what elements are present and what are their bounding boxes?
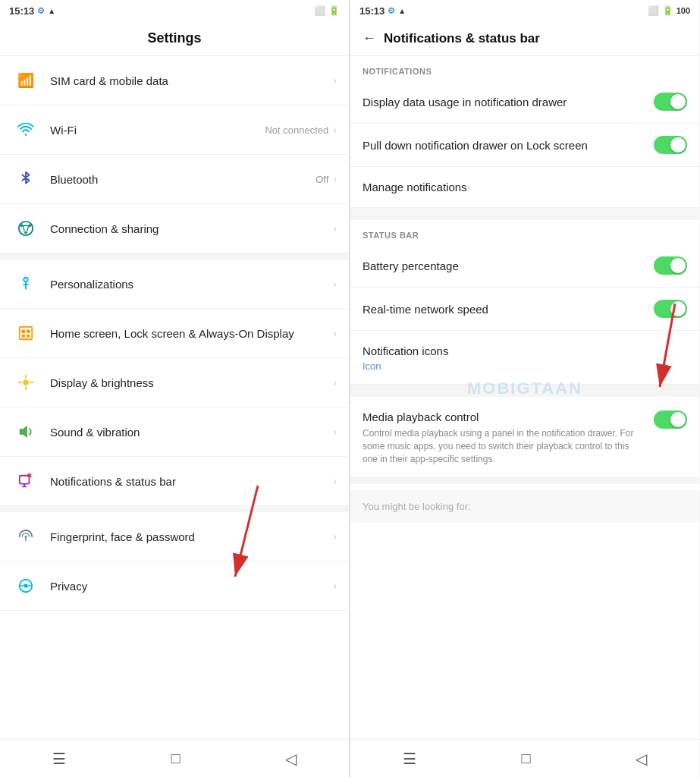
right-home-nav[interactable]: □ xyxy=(521,750,530,767)
wifi-chevron: › xyxy=(333,124,337,136)
left-time: 15:13 xyxy=(9,5,34,17)
battery-pct-label: Battery percentage xyxy=(363,258,645,274)
fingerprint-chevron: › xyxy=(333,530,337,543)
left-nav-bar: ☰ □ ◁ xyxy=(0,739,349,777)
privacy-icon xyxy=(12,572,39,599)
fingerprint-item[interactable]: Fingerprint, face & password › xyxy=(0,512,349,562)
notifications-label: Notifications & status bar xyxy=(50,475,333,488)
wifi-item[interactable]: Wi-Fi Not connected › xyxy=(0,105,349,155)
bluetooth-item[interactable]: Bluetooth Off › xyxy=(0,155,349,204)
homescreen-item[interactable]: Home screen, Lock screen & Always-On Dis… xyxy=(0,309,349,358)
privacy-item[interactable]: Privacy › xyxy=(0,562,349,611)
personalizations-content: Personalizations xyxy=(50,278,333,291)
svg-rect-12 xyxy=(27,329,30,333)
left-status-bar: 15:13 ⚙ ▲ ⬜ 🔋 xyxy=(0,0,349,21)
section-divider-3 xyxy=(350,478,699,484)
pull-down-toggle[interactable] xyxy=(654,136,687,154)
section-divider xyxy=(350,208,699,220)
notif-icons-value: Icon xyxy=(363,360,678,372)
homescreen-label: Home screen, Lock screen & Always-On Dis… xyxy=(50,327,333,340)
notifications-item[interactable]: Notifications & status bar › xyxy=(0,457,349,506)
right-back-nav[interactable]: ◁ xyxy=(636,750,647,768)
battery-pct-toggle[interactable] xyxy=(654,256,687,275)
wifi-value: Not connected xyxy=(265,124,328,136)
bluetooth-chevron: › xyxy=(333,173,337,185)
fingerprint-label: Fingerprint, face & password xyxy=(50,530,333,543)
right-header: ← Notifications & status bar xyxy=(350,21,699,56)
notifications-section-header: NOTIFICATIONS xyxy=(350,56,699,80)
left-menu-nav[interactable]: ☰ xyxy=(52,750,66,768)
status-bar-section-header: STATUS BAR xyxy=(350,220,699,244)
data-usage-label: Display data usage in notification drawe… xyxy=(363,94,645,110)
connection-content: Connection & sharing xyxy=(50,222,333,235)
notif-icons-label: Notification icons xyxy=(363,343,678,359)
sim-label: SIM card & mobile data xyxy=(50,74,333,87)
right-menu-nav[interactable]: ☰ xyxy=(403,750,416,768)
data-usage-toggle[interactable] xyxy=(654,93,687,111)
media-playback-item[interactable]: Media playback control Control media pla… xyxy=(350,397,699,478)
right-battery-icon: 🔋 xyxy=(662,5,673,16)
left-back-nav[interactable]: ◁ xyxy=(285,750,297,768)
privacy-content: Privacy xyxy=(50,580,333,593)
pull-down-label-wrap: Pull down notification drawer on Lock sc… xyxy=(363,137,654,153)
manage-notifications-item[interactable]: Manage notifications › xyxy=(350,167,699,208)
right-screenshot-icon: ⬜ xyxy=(648,5,659,16)
right-panel: 15:13 ⚙ ▲ ⬜ 🔋 100 ← Notifications & stat… xyxy=(350,0,699,777)
right-gear-icon: ⚙ xyxy=(388,6,395,16)
location-icon: ▲ xyxy=(48,7,55,15)
left-title: Settings xyxy=(12,30,337,46)
personalizations-item[interactable]: Personalizations › xyxy=(0,260,349,309)
homescreen-chevron: › xyxy=(333,327,337,339)
manage-notifications-chevron: › xyxy=(467,181,471,193)
notif-icons-label-wrap: Notification icons Icon xyxy=(363,343,687,372)
left-settings-list: 📶 SIM card & mobile data › Wi-Fi xyxy=(0,56,349,739)
svg-marker-20 xyxy=(20,426,27,439)
right-time: 15:13 xyxy=(359,5,385,17)
battery-pct-toggle-item[interactable]: Battery percentage xyxy=(350,244,699,288)
homescreen-content: Home screen, Lock screen & Always-On Dis… xyxy=(50,327,333,340)
left-header: Settings xyxy=(0,21,349,56)
homescreen-icon xyxy=(12,319,39,347)
media-playback-label: Media playback control xyxy=(363,409,645,425)
sim-icon: 📶 xyxy=(12,67,39,94)
fingerprint-icon xyxy=(12,523,39,550)
left-home-nav[interactable]: □ xyxy=(171,750,180,767)
data-usage-label-wrap: Display data usage in notification drawe… xyxy=(363,94,654,110)
data-usage-toggle-item[interactable]: Display data usage in notification drawe… xyxy=(350,80,699,124)
back-button[interactable]: ← xyxy=(363,30,376,46)
svg-point-22 xyxy=(27,473,31,477)
svg-rect-13 xyxy=(22,335,26,338)
right-nav-bar: ☰ □ ◁ xyxy=(350,739,699,777)
sound-content: Sound & vibration xyxy=(50,426,333,439)
notifications-icon xyxy=(12,467,39,495)
sim-item[interactable]: 📶 SIM card & mobile data › xyxy=(0,56,349,105)
looking-for-label: You might be looking for: xyxy=(363,501,687,512)
sound-item[interactable]: Sound & vibration › xyxy=(0,407,349,457)
notif-icons-item[interactable]: Notification icons Icon xyxy=(350,331,699,385)
right-title: Notifications & status bar xyxy=(384,31,540,46)
realtime-speed-toggle[interactable] xyxy=(654,300,687,318)
personalizations-chevron: › xyxy=(333,278,337,290)
display-content: Display & brightness xyxy=(50,376,333,389)
display-label: Display & brightness xyxy=(50,376,333,389)
section-divider-2 xyxy=(350,385,699,397)
personalizations-icon xyxy=(12,270,39,297)
svg-point-7 xyxy=(24,278,28,282)
bluetooth-label: Bluetooth xyxy=(50,173,315,186)
privacy-chevron: › xyxy=(333,580,337,592)
media-playback-toggle[interactable] xyxy=(654,411,687,429)
personalizations-label: Personalizations xyxy=(50,278,333,291)
realtime-speed-label-wrap: Real-time network speed xyxy=(363,301,654,317)
realtime-speed-toggle-item[interactable]: Real-time network speed xyxy=(350,288,699,331)
realtime-speed-label: Real-time network speed xyxy=(363,301,645,317)
right-battery-pct: 100 xyxy=(676,6,690,15)
connection-item[interactable]: Connection & sharing › xyxy=(0,204,349,253)
svg-line-5 xyxy=(27,225,29,231)
svg-rect-14 xyxy=(27,335,30,338)
looking-for-section: You might be looking for: xyxy=(350,490,699,523)
pull-down-toggle-item[interactable]: Pull down notification drawer on Lock sc… xyxy=(350,124,699,167)
connection-icon xyxy=(12,215,39,242)
battery-pct-label-wrap: Battery percentage xyxy=(363,258,654,274)
notifications-content: Notifications & status bar xyxy=(50,475,333,488)
display-item[interactable]: Display & brightness › xyxy=(0,358,349,407)
